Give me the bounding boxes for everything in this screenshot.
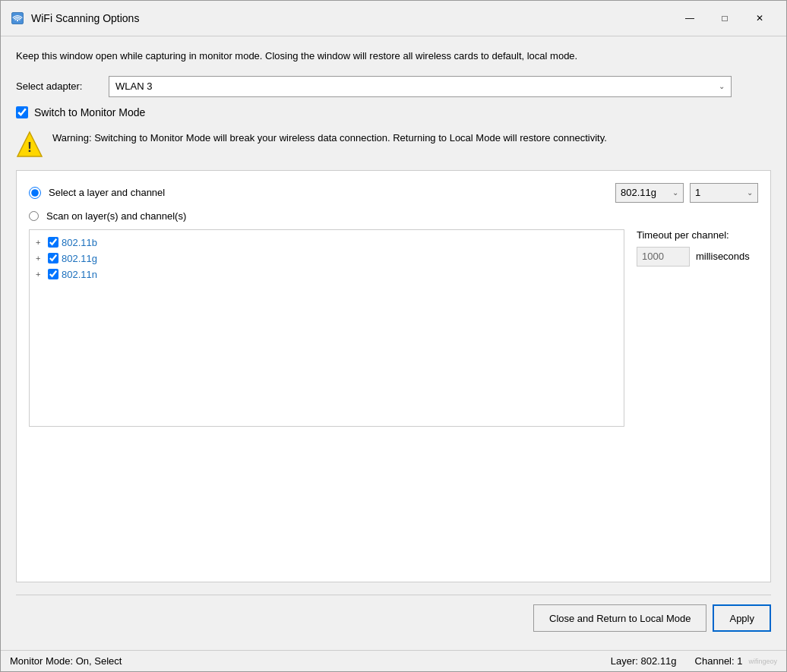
scan-layers-radio[interactable] bbox=[29, 211, 39, 221]
svg-rect-0 bbox=[12, 13, 24, 24]
label-802-11g: 802.11g bbox=[62, 253, 97, 264]
options-panel: Select a layer and channel 802.11g ⌄ 1 ⌄… bbox=[16, 170, 771, 583]
monitor-mode-label: Switch to Monitor Mode bbox=[34, 106, 145, 118]
apply-button[interactable]: Apply bbox=[713, 604, 771, 632]
svg-point-1 bbox=[17, 20, 18, 21]
channel-dropdown-arrow: ⌄ bbox=[747, 188, 753, 197]
monitor-mode-checkbox[interactable] bbox=[16, 106, 28, 118]
main-content: Keep this window open while capturing in… bbox=[1, 36, 786, 650]
warning-box: ! Warning: Switching to Monitor Mode wil… bbox=[16, 128, 771, 161]
select-layer-row: Select a layer and channel 802.11g ⌄ 1 ⌄ bbox=[29, 183, 758, 203]
adapter-row: Select adapter: WLAN 3 ⌄ bbox=[16, 76, 771, 97]
status-monitor-mode: Monitor Mode: On, Select bbox=[10, 655, 611, 667]
monitor-mode-row: Switch to Monitor Mode bbox=[16, 106, 771, 118]
timeout-input[interactable] bbox=[637, 247, 690, 267]
maximize-button[interactable]: □ bbox=[707, 7, 742, 30]
warning-icon: ! bbox=[16, 131, 43, 158]
window-icon bbox=[10, 11, 25, 26]
window-controls: — □ ✕ bbox=[672, 7, 777, 30]
main-window: WiFi Scanning Options — □ ✕ Keep this wi… bbox=[0, 0, 787, 672]
layer-dropdown[interactable]: 802.11g ⌄ bbox=[615, 183, 684, 203]
timeout-section: Timeout per channel: milliseconds bbox=[637, 229, 758, 267]
timeout-unit: milliseconds bbox=[696, 251, 750, 262]
status-channel: Channel: 1 bbox=[695, 655, 743, 667]
scan-layers-label: Scan on layer(s) and channel(s) bbox=[46, 210, 758, 222]
title-bar: WiFi Scanning Options — □ ✕ bbox=[1, 1, 786, 36]
list-item: + 802.11b bbox=[34, 235, 619, 251]
expand-802-11g-btn[interactable]: + bbox=[36, 254, 45, 263]
warning-text: Warning: Switching to Monitor Mode will … bbox=[52, 131, 607, 146]
label-802-11n: 802.11n bbox=[62, 269, 97, 280]
checkbox-802-11g[interactable] bbox=[48, 253, 58, 263]
channel-dropdown-value: 1 bbox=[695, 187, 700, 198]
checkbox-802-11n[interactable] bbox=[48, 269, 58, 279]
layer-dropdown-arrow: ⌄ bbox=[672, 188, 678, 197]
adapter-value: WLAN 3 bbox=[115, 80, 152, 92]
layer-dropdown-value: 802.11g bbox=[621, 187, 656, 198]
timeout-label: Timeout per channel: bbox=[637, 229, 758, 241]
list-item: + 802.11g bbox=[34, 251, 619, 267]
info-text: Keep this window open while capturing in… bbox=[16, 49, 771, 64]
select-layer-label: Select a layer and channel bbox=[49, 187, 608, 198]
adapter-dropdown-arrow: ⌄ bbox=[719, 82, 725, 90]
expand-802-11b-btn[interactable]: + bbox=[36, 238, 45, 247]
timeout-row: milliseconds bbox=[637, 247, 758, 267]
channel-dropdown[interactable]: 1 ⌄ bbox=[690, 183, 758, 203]
close-button[interactable]: ✕ bbox=[742, 7, 777, 30]
status-right: Layer: 802.11g Channel: 1 bbox=[611, 655, 743, 667]
window-title: WiFi Scanning Options bbox=[31, 12, 672, 24]
channel-list: + 802.11b + 802.11g + 802.11n bbox=[29, 229, 624, 427]
select-layer-radio[interactable] bbox=[29, 187, 41, 199]
layer-channel-dropdowns: 802.11g ⌄ 1 ⌄ bbox=[615, 183, 758, 203]
scan-layers-row: Scan on layer(s) and channel(s) bbox=[29, 210, 758, 222]
checkbox-802-11b[interactable] bbox=[48, 237, 58, 248]
label-802-11b: 802.11b bbox=[62, 237, 97, 248]
svg-text:!: ! bbox=[27, 140, 32, 155]
status-layer: Layer: 802.11g bbox=[611, 655, 677, 667]
minimize-button[interactable]: — bbox=[672, 7, 707, 30]
status-bar: Monitor Mode: On, Select Layer: 802.11g … bbox=[1, 650, 786, 671]
list-item: + 802.11n bbox=[34, 267, 619, 282]
watermark: wifingeoy bbox=[748, 658, 777, 665]
expand-802-11n-btn[interactable]: + bbox=[36, 270, 45, 279]
adapter-label: Select adapter: bbox=[16, 80, 100, 92]
close-local-button[interactable]: Close and Return to Local Mode bbox=[533, 604, 706, 632]
scan-channels-area: + 802.11b + 802.11g + 802.11n bbox=[29, 229, 758, 570]
bottom-buttons: Close and Return to Local Mode Apply bbox=[16, 595, 771, 638]
adapter-dropdown[interactable]: WLAN 3 ⌄ bbox=[109, 76, 732, 97]
